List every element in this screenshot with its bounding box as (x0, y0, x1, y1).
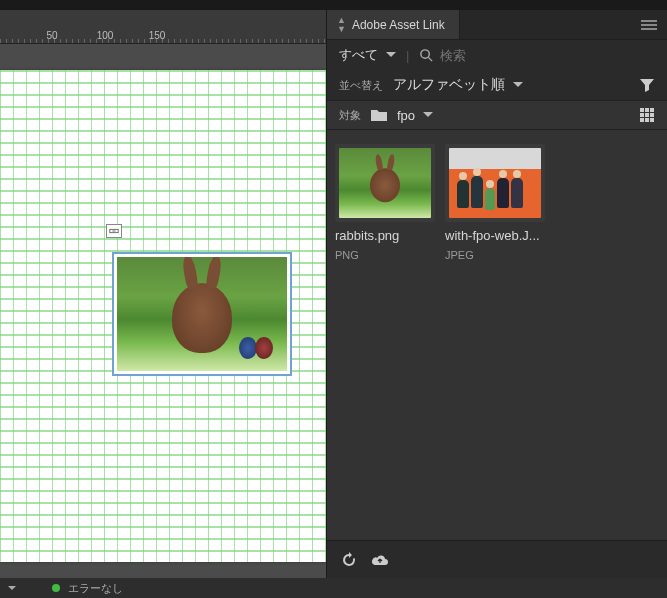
asset-grid: rabbits.png PNG with-fpo-web.J... JPEG (327, 130, 667, 540)
status-ok-icon (52, 584, 60, 592)
svg-point-2 (421, 49, 429, 57)
asset-name: rabbits.png (335, 228, 435, 243)
svg-rect-12 (650, 118, 654, 122)
ruler-tick: 150 (149, 30, 166, 41)
sort-row: 並べ替え アルファベット順 (327, 70, 667, 100)
error-status-label: エラーなし (68, 581, 123, 596)
asset-item[interactable]: rabbits.png PNG (335, 144, 435, 261)
placed-image-content (117, 257, 287, 371)
expand-collapse-icon: ▲▼ (337, 16, 346, 34)
placed-image-frame[interactable] (112, 252, 292, 376)
svg-rect-8 (645, 113, 649, 117)
filter-label: すべて (339, 46, 378, 64)
search-icon (419, 48, 434, 63)
document-page[interactable] (0, 70, 326, 562)
chevron-down-icon (386, 52, 396, 62)
grid-view-icon[interactable] (639, 107, 655, 123)
target-label: 対象 (339, 108, 361, 123)
canvas-viewport[interactable] (0, 44, 326, 578)
search-input[interactable] (440, 48, 655, 63)
search-field[interactable] (419, 48, 655, 63)
svg-rect-9 (650, 113, 654, 117)
ruler-horizontal[interactable]: 50 100 150 (0, 10, 326, 44)
tab-adobe-asset-link[interactable]: ▲▼ Adobe Asset Link (327, 10, 460, 39)
svg-rect-6 (650, 108, 654, 112)
asset-link-panel: ▲▼ Adobe Asset Link すべて | (326, 10, 667, 578)
main-area: 50 100 150 (0, 10, 667, 578)
ruler-tick: 50 (46, 30, 57, 41)
filter-icon[interactable] (639, 77, 655, 93)
asset-thumbnail (445, 144, 545, 222)
chevron-down-icon[interactable] (8, 586, 16, 594)
asset-item[interactable]: with-fpo-web.J... JPEG (445, 144, 545, 261)
svg-rect-4 (640, 108, 644, 112)
ruler-tick: 100 (97, 30, 114, 41)
target-dropdown[interactable]: fpo (397, 108, 433, 123)
cloud-upload-icon[interactable] (371, 552, 389, 568)
sort-label: 並べ替え (339, 78, 383, 93)
sort-dropdown[interactable]: アルファベット順 (393, 76, 523, 94)
svg-rect-10 (640, 118, 644, 122)
asset-thumbnail (335, 144, 435, 222)
asset-name: with-fpo-web.J... (445, 228, 545, 243)
status-bar: エラーなし (0, 578, 667, 598)
panel-tab-bar: ▲▼ Adobe Asset Link (327, 10, 667, 40)
filter-search-row: すべて | (327, 40, 667, 70)
target-row: 対象 fpo (327, 100, 667, 130)
chevron-down-icon (423, 112, 433, 122)
tab-label: Adobe Asset Link (352, 18, 445, 32)
asset-type: JPEG (445, 249, 545, 261)
refresh-icon[interactable] (341, 552, 357, 568)
panel-body: すべて | 並べ替え アルファベット順 (327, 40, 667, 578)
panel-menu-button[interactable] (631, 18, 667, 32)
chevron-down-icon (513, 82, 523, 92)
filter-dropdown[interactable]: すべて (339, 46, 396, 64)
svg-line-3 (429, 57, 433, 61)
asset-type: PNG (335, 249, 435, 261)
document-canvas-area: 50 100 150 (0, 10, 326, 578)
sort-value: アルファベット順 (393, 76, 505, 94)
target-value: fpo (397, 108, 415, 123)
panel-footer (327, 540, 667, 578)
svg-rect-5 (645, 108, 649, 112)
svg-rect-7 (640, 113, 644, 117)
link-badge-icon (106, 224, 122, 238)
folder-icon (371, 108, 387, 122)
svg-rect-11 (645, 118, 649, 122)
app-top-bar (0, 0, 667, 10)
